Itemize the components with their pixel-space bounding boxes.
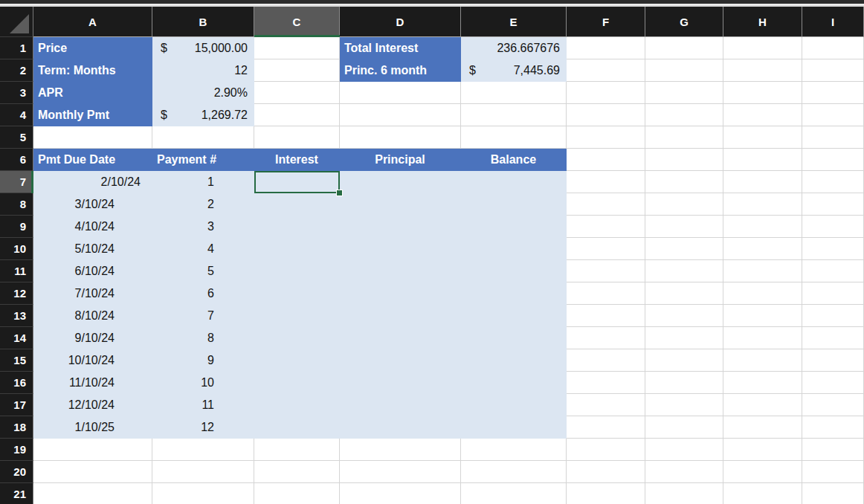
row-header-10[interactable]: 10 [0, 238, 33, 260]
cell-F15[interactable] [567, 349, 645, 372]
cell-D11[interactable] [340, 260, 461, 282]
cell-A14[interactable]: 9/10/24 [33, 327, 152, 349]
row-header-7[interactable]: 7 [0, 171, 33, 193]
cell-D3[interactable] [340, 82, 461, 104]
cell-H18[interactable] [723, 416, 802, 439]
cell-C21[interactable] [254, 483, 340, 504]
cell-D17[interactable] [340, 394, 461, 416]
row-header-19[interactable]: 19 [0, 439, 33, 461]
cell-G16[interactable] [645, 372, 723, 394]
cell-E16[interactable] [461, 372, 567, 394]
cell-G10[interactable] [645, 238, 723, 260]
cell-A6[interactable]: Pmt Due Date [33, 149, 152, 171]
cell-E20[interactable] [461, 461, 567, 483]
row-header-8[interactable]: 8 [0, 193, 33, 216]
cell-I7[interactable] [802, 171, 864, 193]
cell-G5[interactable] [645, 126, 723, 149]
cell-H3[interactable] [723, 82, 802, 104]
cell-B15[interactable]: 9 [152, 349, 254, 372]
cell-E15[interactable] [461, 349, 567, 372]
cell-A20[interactable] [33, 461, 152, 483]
cell-I6[interactable] [802, 149, 864, 171]
cell-C2[interactable] [254, 59, 340, 82]
row-header-17[interactable]: 17 [0, 394, 33, 416]
cell-D8[interactable] [340, 193, 461, 216]
row-header-6[interactable]: 6 [0, 149, 33, 171]
cell-C16[interactable] [254, 372, 340, 394]
cell-B16[interactable]: 10 [152, 372, 254, 394]
cell-I10[interactable] [802, 238, 864, 260]
cell-H8[interactable] [723, 193, 802, 216]
cell-I19[interactable] [802, 439, 864, 461]
cell-C13[interactable] [254, 305, 340, 327]
cell-A17[interactable]: 12/10/24 [33, 394, 152, 416]
cell-F14[interactable] [567, 327, 645, 349]
cell-I1[interactable] [802, 37, 864, 59]
col-header-F[interactable]: F [567, 7, 645, 37]
cell-G20[interactable] [645, 461, 723, 483]
cell-D14[interactable] [340, 327, 461, 349]
cell-A2[interactable]: Term: Months [33, 59, 152, 82]
cell-C19[interactable] [254, 439, 340, 461]
col-header-B[interactable]: B [152, 7, 254, 37]
cell-G7[interactable] [645, 171, 723, 193]
cell-C18[interactable] [254, 416, 340, 439]
row-header-16[interactable]: 16 [0, 372, 33, 394]
cell-B2[interactable]: 12 [152, 59, 254, 82]
cell-D20[interactable] [340, 461, 461, 483]
cell-H14[interactable] [723, 327, 802, 349]
cell-A15[interactable]: 10/10/24 [33, 349, 152, 372]
row-header-4[interactable]: 4 [0, 104, 33, 126]
cell-G2[interactable] [645, 59, 723, 82]
cell-H16[interactable] [723, 372, 802, 394]
cell-B19[interactable] [152, 439, 254, 461]
cell-E7[interactable] [461, 171, 567, 193]
col-header-G[interactable]: G [645, 7, 723, 37]
cell-I17[interactable] [802, 394, 864, 416]
col-header-D[interactable]: D [340, 7, 461, 37]
cell-E6[interactable]: Balance [461, 149, 567, 171]
cell-F7[interactable] [567, 171, 645, 193]
cell-E13[interactable] [461, 305, 567, 327]
cell-A16[interactable]: 11/10/24 [33, 372, 152, 394]
cell-B18[interactable]: 12 [152, 416, 254, 439]
cell-I20[interactable] [802, 461, 864, 483]
cell-D19[interactable] [340, 439, 461, 461]
cell-C17[interactable] [254, 394, 340, 416]
cell-G15[interactable] [645, 349, 723, 372]
cell-H2[interactable] [723, 59, 802, 82]
cell-A4[interactable]: Monthly Pmt [33, 104, 152, 126]
cell-E18[interactable] [461, 416, 567, 439]
cell-E3[interactable] [461, 82, 567, 104]
cell-D13[interactable] [340, 305, 461, 327]
cell-C8[interactable] [254, 193, 340, 216]
cell-H17[interactable] [723, 394, 802, 416]
cell-C6[interactable]: Interest [254, 149, 340, 171]
cell-B21[interactable] [152, 483, 254, 504]
cell-E4[interactable] [461, 104, 567, 126]
cell-F2[interactable] [567, 59, 645, 82]
cell-H9[interactable] [723, 216, 802, 238]
cell-E2[interactable]: $7,445.69 [461, 59, 567, 82]
cell-I3[interactable] [802, 82, 864, 104]
cell-H7[interactable] [723, 171, 802, 193]
cell-E11[interactable] [461, 260, 567, 282]
cell-I5[interactable] [802, 126, 864, 149]
cell-E17[interactable] [461, 394, 567, 416]
cell-B17[interactable]: 11 [152, 394, 254, 416]
cell-A18[interactable]: 1/10/25 [33, 416, 152, 439]
cell-F5[interactable] [567, 126, 645, 149]
cell-A12[interactable]: 7/10/24 [33, 282, 152, 305]
cell-C9[interactable] [254, 216, 340, 238]
row-header-9[interactable]: 9 [0, 216, 33, 238]
cell-G14[interactable] [645, 327, 723, 349]
cell-I15[interactable] [802, 349, 864, 372]
cell-H10[interactable] [723, 238, 802, 260]
cell-C10[interactable] [254, 238, 340, 260]
row-header-5[interactable]: 5 [0, 126, 33, 149]
cell-A11[interactable]: 6/10/24 [33, 260, 152, 282]
cell-D4[interactable] [340, 104, 461, 126]
cell-H12[interactable] [723, 282, 802, 305]
cell-D21[interactable] [340, 483, 461, 504]
cell-B11[interactable]: 5 [152, 260, 254, 282]
